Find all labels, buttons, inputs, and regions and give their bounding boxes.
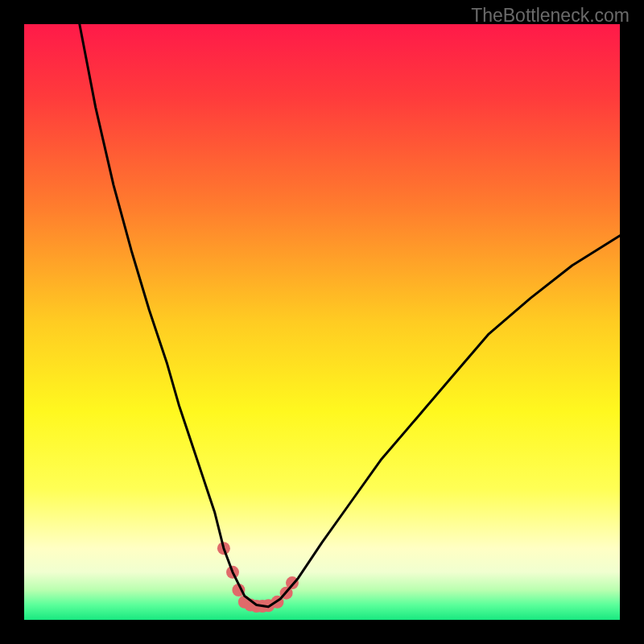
chart-frame: TheBottleneck.com xyxy=(0,0,644,644)
watermark-text: TheBottleneck.com xyxy=(471,5,630,27)
bottleneck-chart xyxy=(0,0,644,644)
plot-background xyxy=(24,24,620,620)
